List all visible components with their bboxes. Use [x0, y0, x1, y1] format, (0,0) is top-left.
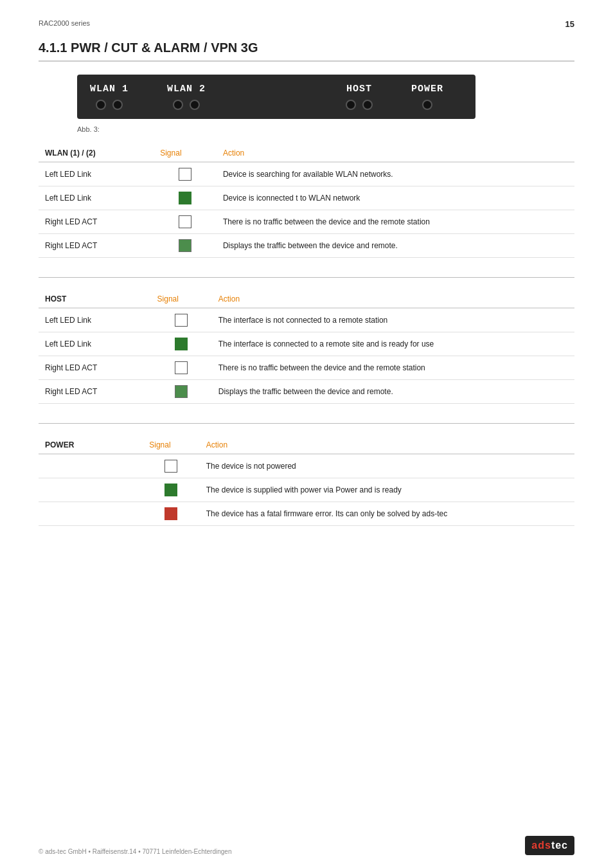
row-signal: [154, 162, 217, 186]
adstec-logo: adstec: [525, 836, 574, 855]
row-name: Right LED ACT: [39, 356, 151, 380]
adstec-logo-tec: tec: [551, 840, 568, 851]
row-name: Right LED ACT: [39, 234, 154, 258]
signal-icon: [160, 239, 210, 252]
section-divider-2: [39, 423, 574, 424]
signal-icon: [157, 385, 206, 398]
power-table-signal-header: Signal: [143, 437, 199, 454]
section-divider-1: [39, 277, 574, 278]
signal-icon: [157, 338, 206, 350]
row-name: [39, 502, 143, 526]
signal-indicator: [179, 215, 191, 228]
adstec-logo-ads: ads: [531, 840, 551, 851]
led-dots-wlan1: [96, 100, 123, 110]
led-group-power: POWER: [411, 84, 443, 110]
table-row: Right LED ACTDisplays the traffic betwee…: [39, 380, 574, 404]
led-dots-wlan2: [173, 100, 200, 110]
signal-indicator: [175, 385, 188, 398]
row-signal: [143, 478, 199, 502]
table-row: Left LED LinkDevice is searching for ava…: [39, 162, 574, 186]
row-action: Displays the traffic between the device …: [217, 234, 574, 258]
signal-indicator: [175, 314, 188, 327]
signal-indicator: [179, 239, 191, 252]
row-name: Left LED Link: [39, 186, 154, 210]
row-name: Left LED Link: [39, 162, 154, 186]
table-row: Left LED LinkThe interface is connected …: [39, 332, 574, 356]
page-footer: © ads-tec GmbH • Raiffeisenstr.14 • 7077…: [39, 836, 574, 855]
series-label: RAC2000 series: [39, 19, 90, 27]
row-signal: [154, 210, 217, 234]
signal-icon: [149, 460, 193, 473]
row-action: Device is searching for available WLAN n…: [217, 162, 574, 186]
table-row: The device is supplied with power via Po…: [39, 478, 574, 502]
host-table-signal-header: Signal: [151, 291, 212, 308]
abb-label: Abb. 3:: [77, 125, 574, 133]
led-dot: [96, 100, 106, 110]
row-name: Left LED Link: [39, 308, 151, 332]
row-action: The interface is connected to a remote s…: [212, 332, 574, 356]
led-dot: [112, 100, 123, 110]
led-label-wlan1: WLAN 1: [90, 84, 129, 95]
led-dot: [346, 100, 356, 110]
host-table-action-header: Action: [212, 291, 574, 308]
led-dot: [190, 100, 200, 110]
power-table: POWER Signal Action The device is not po…: [39, 437, 574, 526]
row-signal: [151, 332, 212, 356]
footer-copyright: © ads-tec GmbH • Raiffeisenstr.14 • 7077…: [39, 848, 231, 855]
row-action: There is no traffic between the device a…: [217, 210, 574, 234]
signal-icon: [149, 484, 193, 496]
led-dot: [362, 100, 373, 110]
signal-indicator: [164, 507, 177, 520]
host-table: HOST Signal Action Left LED LinkThe inte…: [39, 291, 574, 404]
led-group-wlan2: WLAN 2: [167, 84, 206, 110]
host-table-col1-header: HOST: [39, 291, 151, 308]
power-table-col1-header: POWER: [39, 437, 143, 454]
signal-indicator: [179, 168, 191, 181]
row-signal: [154, 186, 217, 210]
led-group-wlan1: WLAN 1: [90, 84, 129, 110]
row-signal: [143, 502, 199, 526]
table-row: Right LED ACTThere is no traffic between…: [39, 356, 574, 380]
signal-indicator: [175, 338, 188, 350]
wlan-table-action-header: Action: [217, 145, 574, 162]
led-dots-host: [346, 100, 373, 110]
wlan-table-col1-header: WLAN (1) / (2): [39, 145, 154, 162]
signal-icon: [160, 192, 210, 204]
section-title: 4.1.1 PWR / CUT & ALARM / VPN 3G: [39, 41, 574, 62]
table-row: The device is not powered: [39, 454, 574, 478]
led-label-power: POWER: [411, 84, 443, 95]
row-action: The device is not powered: [200, 454, 574, 478]
signal-icon: [149, 507, 193, 520]
row-signal: [151, 356, 212, 380]
led-dots-power: [422, 100, 432, 110]
table-row: Left LED LinkThe interface is not connec…: [39, 308, 574, 332]
table-row: The device has a fatal firmware error. I…: [39, 502, 574, 526]
led-group-host: HOST: [346, 84, 373, 110]
signal-indicator: [179, 192, 191, 204]
row-name: [39, 454, 143, 478]
row-name: Right LED ACT: [39, 210, 154, 234]
row-name: Left LED Link: [39, 332, 151, 356]
page-number: 15: [565, 19, 574, 29]
signal-icon: [157, 361, 206, 374]
signal-icon: [160, 168, 210, 181]
adstec-logo-text: adstec: [531, 840, 568, 851]
row-signal: [154, 234, 217, 258]
led-label-host: HOST: [346, 84, 372, 95]
signal-indicator: [175, 361, 188, 374]
led-dot: [422, 100, 432, 110]
row-signal: [143, 454, 199, 478]
row-signal: [151, 380, 212, 404]
row-action: The device is supplied with power via Po…: [200, 478, 574, 502]
adstec-logo-box: adstec: [525, 836, 574, 855]
signal-indicator: [164, 484, 177, 496]
led-panel: WLAN 1 WLAN 2 HOST POWER: [77, 75, 475, 119]
row-signal: [151, 308, 212, 332]
table-row: Left LED LinkDevice is iconnected t to W…: [39, 186, 574, 210]
wlan-table-signal-header: Signal: [154, 145, 217, 162]
row-name: [39, 478, 143, 502]
wlan-table: WLAN (1) / (2) Signal Action Left LED Li…: [39, 145, 574, 258]
row-name: Right LED ACT: [39, 380, 151, 404]
led-dot: [173, 100, 183, 110]
signal-icon: [160, 215, 210, 228]
